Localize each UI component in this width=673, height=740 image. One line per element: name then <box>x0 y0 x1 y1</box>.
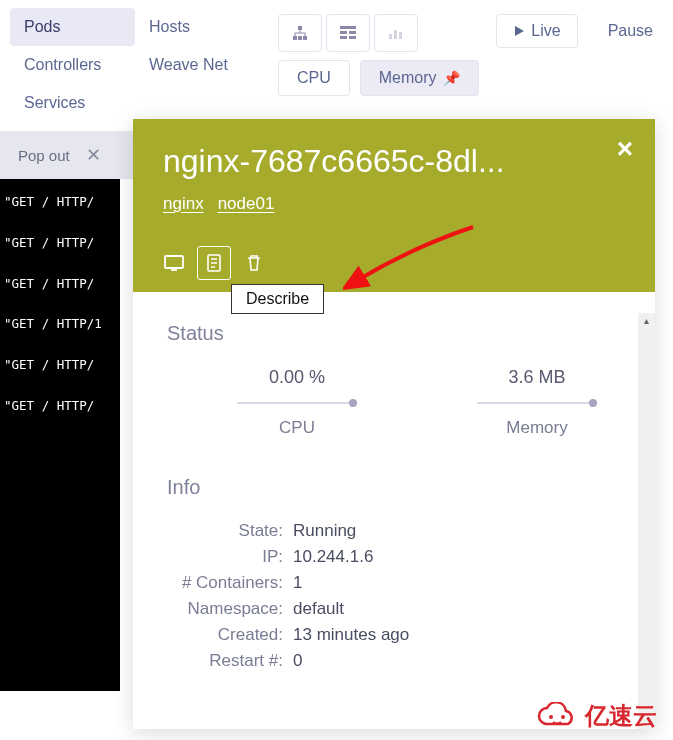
info-table: State:Running IP:10.244.1.6 # Containers… <box>163 521 621 671</box>
cpu-slider[interactable] <box>237 402 357 404</box>
svg-rect-12 <box>165 256 183 268</box>
svg-rect-5 <box>340 31 347 34</box>
cloud-icon <box>535 702 579 730</box>
svg-rect-6 <box>349 31 356 34</box>
popout-close-icon[interactable]: ✕ <box>86 144 101 166</box>
describe-icon[interactable] <box>197 246 231 280</box>
pause-button[interactable]: Pause <box>598 15 663 47</box>
view-graph-icon[interactable] <box>374 14 418 52</box>
svg-rect-10 <box>394 30 397 39</box>
delete-icon[interactable] <box>237 246 271 280</box>
svg-rect-8 <box>349 36 356 39</box>
popout-label[interactable]: Pop out <box>18 147 70 164</box>
svg-point-14 <box>549 715 553 719</box>
svg-rect-1 <box>293 36 297 40</box>
metric-cpu: 0.00 % CPU <box>217 367 377 438</box>
view-table-icon[interactable] <box>326 14 370 52</box>
metric-memory: 3.6 MB Memory <box>457 367 617 438</box>
svg-rect-7 <box>340 36 347 39</box>
play-icon <box>513 25 525 37</box>
terminal-output: "GET / HTTP/ "GET / HTTP/ "GET / HTTP/ "… <box>0 179 120 691</box>
info-heading: Info <box>167 476 621 499</box>
svg-rect-9 <box>389 34 392 39</box>
svg-point-15 <box>561 715 565 719</box>
svg-rect-0 <box>298 26 302 30</box>
panel-title: nginx-7687c6665c-8dl... <box>163 143 625 180</box>
close-icon[interactable]: × <box>617 133 633 165</box>
nav-weavenet[interactable]: Weave Net <box>135 46 260 84</box>
nav-hosts[interactable]: Hosts <box>135 8 260 46</box>
tab-memory[interactable]: Memory 📌 <box>360 60 479 96</box>
pin-icon: 📌 <box>443 70 460 86</box>
watermark-logo: 亿速云 <box>535 700 657 732</box>
status-heading: Status <box>167 322 621 345</box>
detail-panel: × nginx-7687c6665c-8dl... nginx node01 D… <box>133 119 655 729</box>
nav-controllers[interactable]: Controllers <box>10 46 135 84</box>
link-nginx[interactable]: nginx <box>163 194 204 214</box>
live-label: Live <box>531 22 560 40</box>
svg-rect-2 <box>298 36 302 40</box>
terminal-icon[interactable] <box>157 246 191 280</box>
tab-cpu[interactable]: CPU <box>278 60 350 96</box>
memory-slider[interactable] <box>477 402 597 404</box>
tab-memory-label: Memory <box>379 69 437 87</box>
link-node01[interactable]: node01 <box>218 194 275 214</box>
svg-rect-11 <box>399 32 402 39</box>
nav-services[interactable]: Services <box>10 84 135 122</box>
view-topology-icon[interactable] <box>278 14 322 52</box>
nav-pods[interactable]: Pods <box>10 8 135 46</box>
live-button[interactable]: Live <box>496 14 577 48</box>
svg-rect-4 <box>340 26 356 29</box>
svg-rect-3 <box>303 36 307 40</box>
